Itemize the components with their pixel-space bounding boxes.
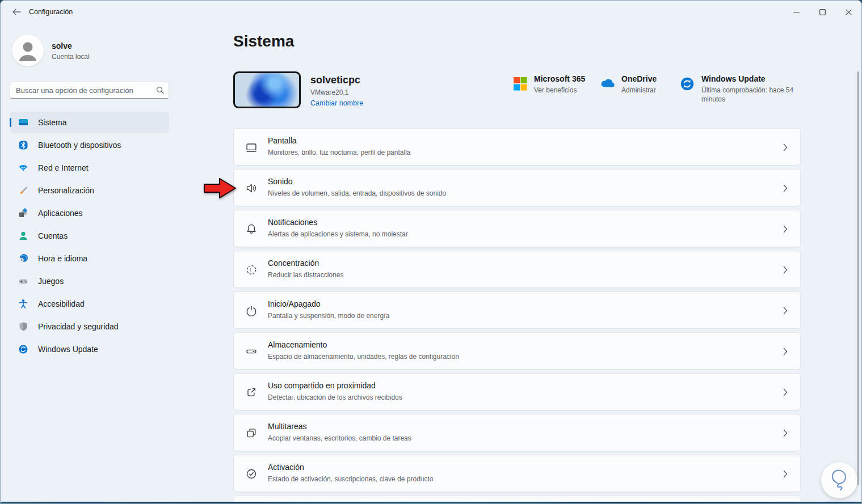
setting-row-activacion[interactable]: Activación Estado de activación, suscrip… bbox=[233, 455, 801, 492]
focus-icon bbox=[245, 264, 258, 276]
wifi-icon bbox=[18, 162, 29, 173]
search-icon bbox=[156, 86, 164, 94]
bell-icon bbox=[245, 223, 258, 235]
system-icon bbox=[18, 117, 29, 128]
setting-row-multitareas[interactable]: Multitareas Acoplar ventanas, escritorio… bbox=[233, 414, 801, 451]
windows-update-icon bbox=[18, 344, 29, 355]
bulb-logo-icon bbox=[829, 468, 850, 493]
storage-icon bbox=[245, 345, 258, 358]
sidebar-nav: Sistema Bluetooth y dispositivos Red e I… bbox=[10, 112, 169, 361]
sidebar-item-cuentas[interactable]: Cuentas bbox=[10, 225, 169, 247]
setting-title: Multitareas bbox=[268, 422, 306, 431]
quick-link-onedrive[interactable]: OneDrive Administrar bbox=[598, 74, 657, 95]
setting-subtitle: Estado de activación, suscripciones, cla… bbox=[268, 475, 434, 483]
user-name: solve bbox=[52, 41, 72, 50]
setting-title: Inicio/Apagado bbox=[268, 299, 321, 308]
multitask-icon bbox=[245, 427, 258, 439]
setting-title: Concentración bbox=[268, 259, 319, 268]
sidebar-item-accesibilidad[interactable]: Accesibilidad bbox=[10, 293, 169, 315]
settings-list: Pantalla Monitores, brillo, luz nocturna… bbox=[233, 128, 801, 495]
sidebar-item-label: Personalización bbox=[38, 186, 94, 195]
chevron-right-icon bbox=[782, 388, 789, 396]
minimize-button[interactable] bbox=[783, 1, 809, 23]
bluetooth-icon bbox=[18, 139, 29, 151]
sound-icon bbox=[245, 182, 258, 194]
search-input[interactable] bbox=[16, 86, 156, 95]
user-icon bbox=[12, 35, 44, 66]
sidebar-item-red-internet[interactable]: Red e Internet bbox=[10, 157, 169, 179]
setting-row-uso-compartido[interactable]: Uso compartido en proximidad Detectar, u… bbox=[233, 373, 801, 410]
minimize-icon bbox=[793, 9, 800, 15]
sidebar-item-label: Bluetooth y dispositivos bbox=[38, 141, 121, 150]
sidebar-item-label: Sistema bbox=[38, 118, 67, 127]
setting-title: Almacenamiento bbox=[268, 340, 327, 349]
setting-title: Pantalla bbox=[268, 136, 297, 145]
chevron-right-icon bbox=[782, 266, 789, 274]
display-icon bbox=[245, 141, 258, 154]
sidebar-item-label: Juegos bbox=[38, 277, 64, 286]
chevron-right-icon bbox=[782, 429, 789, 437]
microsoft-365-icon bbox=[513, 77, 527, 91]
chevron-right-icon bbox=[782, 143, 789, 151]
scrollbar[interactable] bbox=[857, 71, 859, 485]
quick-link-subtitle: Última comprobación: hace 54 minutos bbox=[701, 86, 802, 104]
quick-link-windows-update[interactable]: Windows Update Última comprobación: hace… bbox=[680, 74, 802, 104]
maximize-button[interactable] bbox=[809, 1, 835, 23]
sidebar-item-juegos[interactable]: Juegos bbox=[10, 270, 169, 292]
settings-window: Configuración solve Cuenta local bbox=[0, 0, 862, 504]
time-language-icon bbox=[18, 253, 29, 264]
setting-subtitle: Pantalla y suspensión, modo de energía bbox=[268, 312, 389, 320]
apps-icon bbox=[18, 207, 29, 219]
solvetic-watermark bbox=[821, 462, 857, 498]
page-title: Sistema bbox=[233, 32, 294, 50]
setting-subtitle: Monitores, brillo, luz nocturna, perfil … bbox=[268, 149, 410, 156]
sidebar-item-hora-idioma[interactable]: Hora e idioma bbox=[10, 248, 169, 269]
close-button[interactable] bbox=[835, 1, 861, 23]
gamepad-icon bbox=[18, 276, 29, 287]
onedrive-icon bbox=[598, 77, 615, 89]
device-model: VMware20,1 bbox=[310, 88, 348, 96]
sidebar-item-aplicaciones[interactable]: Aplicaciones bbox=[10, 202, 169, 224]
rename-device-link[interactable]: Cambiar nombre bbox=[310, 99, 363, 107]
setting-row-notificaciones[interactable]: Notificaciones Alertas de aplicaciones y… bbox=[233, 210, 801, 247]
account-icon bbox=[18, 230, 29, 242]
setting-row-concentracion[interactable]: Concentración Reducir las distracciones bbox=[233, 251, 801, 288]
sidebar-item-label: Cuentas bbox=[38, 231, 68, 240]
sidebar-item-label: Red e Internet bbox=[38, 163, 89, 172]
device-thumbnail bbox=[233, 71, 301, 108]
titlebar: Configuración bbox=[1, 1, 861, 23]
quick-link-subtitle: Ver beneficios bbox=[534, 86, 585, 95]
back-button[interactable] bbox=[7, 5, 26, 19]
setting-row-almacenamiento[interactable]: Almacenamiento Espacio de almacenamiento… bbox=[233, 332, 801, 370]
setting-title: Uso compartido en proximidad bbox=[268, 381, 376, 390]
sidebar-item-privacidad[interactable]: Privacidad y seguridad bbox=[10, 316, 169, 337]
sidebar-item-label: Hora e idioma bbox=[38, 254, 87, 263]
sidebar-item-windows-update[interactable]: Windows Update bbox=[10, 338, 169, 360]
setting-row-inicio-apagado[interactable]: Inicio/Apagado Pantalla y suspensión, mo… bbox=[233, 291, 801, 329]
power-icon bbox=[245, 304, 258, 317]
quick-link-subtitle: Administrar bbox=[621, 86, 657, 95]
sidebar-item-bluetooth[interactable]: Bluetooth y dispositivos bbox=[10, 134, 169, 156]
setting-subtitle: Detectar, ubicación de los archivos reci… bbox=[268, 393, 402, 401]
search-box[interactable] bbox=[10, 82, 169, 99]
quick-link-microsoft-365[interactable]: Microsoft 365 Ver beneficios bbox=[513, 74, 585, 95]
quick-link-title: OneDrive bbox=[621, 74, 657, 83]
setting-row-pantalla[interactable]: Pantalla Monitores, brillo, luz nocturna… bbox=[233, 128, 801, 166]
brush-icon bbox=[18, 185, 29, 196]
setting-title: Notificaciones bbox=[268, 218, 317, 227]
close-icon bbox=[846, 9, 852, 15]
setting-subtitle: Alertas de aplicaciones y sistema, no mo… bbox=[268, 230, 408, 238]
sidebar-item-sistema[interactable]: Sistema bbox=[10, 112, 169, 133]
sidebar-item-label: Aplicaciones bbox=[38, 209, 83, 218]
back-arrow-icon bbox=[12, 9, 21, 15]
chevron-right-icon bbox=[782, 225, 789, 233]
sidebar-item-personalizacion[interactable]: Personalización bbox=[10, 180, 169, 201]
user-account-type: Cuenta local bbox=[52, 53, 90, 61]
sidebar-item-label: Accesibilidad bbox=[38, 299, 85, 308]
chevron-right-icon bbox=[782, 470, 789, 478]
setting-row-sonido[interactable]: Sonido Niveles de volumen, salida, entra… bbox=[233, 169, 801, 206]
setting-title: Sonido bbox=[268, 177, 293, 186]
sidebar-item-label: Windows Update bbox=[38, 345, 98, 354]
desktop-edge bbox=[1, 502, 861, 504]
avatar[interactable] bbox=[12, 35, 44, 66]
